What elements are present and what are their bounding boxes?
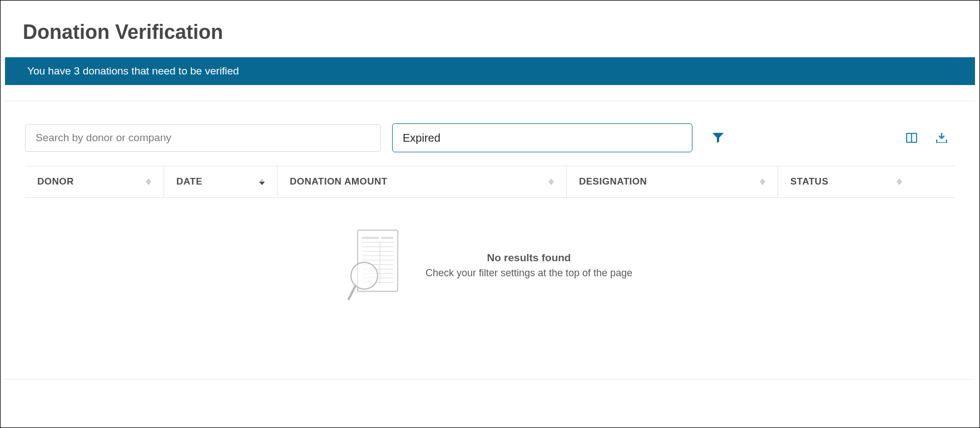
column-label: STATUS	[790, 176, 828, 187]
column-header-status[interactable]: STATUS	[778, 166, 914, 197]
svg-line-17	[349, 286, 355, 299]
column-label: DONOR	[37, 176, 74, 187]
notification-bar: You have 3 donations that need to be ver…	[5, 57, 975, 85]
page-title: Donation Verification	[23, 21, 957, 44]
column-header-amount[interactable]: DONATION AMOUNT	[278, 166, 567, 197]
empty-state-title: No results found	[425, 252, 632, 264]
column-label: DATE	[176, 176, 202, 187]
empty-state-illustration-icon	[348, 229, 403, 301]
toolbar: Expired	[9, 101, 971, 166]
filter-button[interactable]	[708, 128, 728, 147]
empty-state-subtitle: Check your filter settings at the top of…	[425, 267, 632, 279]
columns-button[interactable]	[906, 133, 917, 143]
column-header-donor[interactable]: DONOR	[25, 166, 164, 197]
notification-message: You have 3 donations that need to be ver…	[27, 65, 239, 77]
sort-arrows-icon	[897, 178, 902, 185]
search-input[interactable]	[25, 124, 381, 152]
main-content: Expired DONOR	[5, 101, 975, 380]
sort-arrows-icon	[259, 178, 265, 185]
column-header-designation[interactable]: DESIGNATION	[567, 166, 778, 197]
page-header: Donation Verification	[1, 1, 979, 57]
sort-arrows-icon	[760, 178, 765, 185]
sort-arrows-icon	[548, 178, 554, 185]
filter-icon	[712, 133, 724, 143]
empty-state-text: No results found Check your filter setti…	[425, 252, 632, 279]
column-header-date[interactable]: DATE	[164, 166, 278, 197]
svg-rect-4	[381, 237, 393, 239]
toolbar-actions	[906, 133, 955, 143]
download-icon	[936, 133, 947, 143]
filter-select[interactable]: Expired	[392, 123, 692, 152]
filter-select-value: Expired	[403, 132, 440, 145]
download-button[interactable]	[936, 133, 947, 143]
column-label: DONATION AMOUNT	[290, 176, 388, 187]
svg-rect-3	[362, 237, 379, 239]
empty-state: No results found Check your filter setti…	[9, 198, 971, 379]
sort-arrows-icon	[146, 178, 151, 185]
columns-icon	[906, 133, 917, 143]
table-header-row: DONOR DATE DONATION AMOUNT DESIGNATION	[25, 166, 955, 198]
column-label: DESIGNATION	[579, 176, 647, 187]
